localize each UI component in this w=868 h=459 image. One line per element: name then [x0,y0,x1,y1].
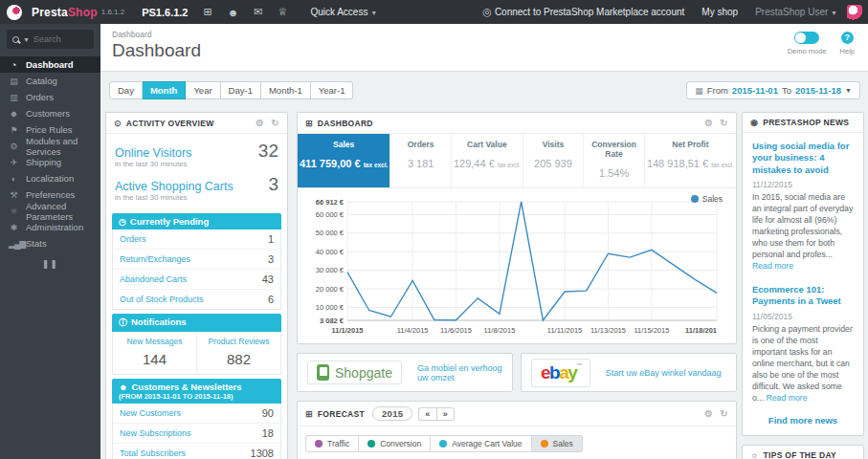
sidebar-item-administration[interactable]: ✱Administration [0,219,100,235]
refresh-icon[interactable]: ↻ [720,118,728,128]
row-value: 1308 [251,448,274,459]
active-carts-link[interactable]: Active Shopping Carts [115,180,234,193]
new-customers-link[interactable]: New Customers [120,408,181,418]
cart-icon[interactable]: ⊞ [204,6,212,18]
kpi-cart-value[interactable]: Cart Value129,44 € tax excl. [452,134,523,187]
chart-legend[interactable]: Sales [691,194,723,204]
user-avatar[interactable] [847,5,862,20]
kpi-visits[interactable]: Visits205 939 [523,134,585,187]
refresh-icon[interactable]: ↻ [271,118,279,128]
sidebar: ▼ ◔Dashboard ▤Catalog ▥Orders ☻Customers… [0,24,100,459]
total-subscribers-link[interactable]: Total Subscribers [120,448,186,458]
product-reviews-link[interactable]: Product Reviews [199,337,278,346]
product-reviews-cell: Product Reviews882 [196,332,280,374]
help-icon[interactable]: ? [841,32,854,44]
caret-down-icon: ▼ [370,10,377,16]
from-label: From [707,85,728,96]
sidebar-item-advanced-parameters[interactable]: ⚛Advanced Parameters [0,203,100,219]
sidebar-item-catalog[interactable]: ▤Catalog [0,73,100,89]
sidebar-item-shipping[interactable]: ✈Shipping [0,154,100,170]
customers-newsletters-header: ☻Customers & Newsletters(FROM 2015-11-01… [112,379,281,404]
forecast-legend-traffic[interactable]: Traffic [305,435,359,452]
sidebar-item-localization[interactable]: ◐Localization [0,170,100,186]
search-input[interactable] [33,34,91,44]
forecast-prev-button[interactable]: « [418,407,435,421]
returns-link[interactable]: Return/Exchanges [120,254,190,264]
my-shop-link[interactable]: My shop [701,7,738,17]
forecast-legend-average-cart-value[interactable]: Average Cart Value [431,435,531,452]
find-more-news-link[interactable]: Find more news [752,415,854,426]
sidebar-item-label: Advanced Parameters [26,201,92,222]
prestashop-news-panel: ◉ PRESTASHOP NEWS Using social media for… [742,112,864,436]
dashboard-panel: ⊞ DASHBOARD ⚙↻ Sales411 759,00 € tax exc… [297,112,737,344]
caret-down-icon[interactable]: ▼ [23,36,30,43]
abandoned-carts-link[interactable]: Abandoned Carts [120,274,187,284]
user-menu[interactable]: PrestaShop User ▼ [755,7,837,17]
table-row: New Subscriptions18 [113,424,280,444]
read-more-link[interactable]: Read more [752,261,793,271]
sidebar-item-dashboard[interactable]: ◔Dashboard [0,56,100,73]
active-carts-sub: in the last 30 minutes [115,193,278,202]
marketplace-link[interactable]: ◎Connect to PrestaShop Marketplace accou… [482,6,684,18]
date-range-picker[interactable]: ▦ From 2015-11-01 To 2015-11-18 ▼ [686,81,860,99]
forecast-legend-conversion[interactable]: Conversion [359,435,431,452]
range-button-group: Day Month Year Day-1 Month-1 Year-1 [109,81,353,99]
shopgate-link[interactable]: Ga mobiel en verhoog uw omzet [417,363,502,382]
kpi-suffix: tax excl. [711,162,734,168]
range-month-button[interactable]: Month [143,81,187,99]
svg-text:11/11/2015: 11/11/2015 [547,326,582,335]
customers-quick-icon[interactable]: ☻ [228,7,239,18]
kpi-value: 1.54% [599,167,629,179]
out-of-stock-link[interactable]: Out of Stock Products [120,295,204,304]
svg-text:66 912 €: 66 912 € [316,198,345,207]
gear-icon[interactable]: ⚙ [256,118,264,128]
sidebar-item-modules[interactable]: ⚙Modules and Services [0,138,100,154]
trophy-icon[interactable]: ♕ [278,6,288,18]
info-icon: ⓘ [119,317,127,327]
read-more-link[interactable]: Read more [767,393,808,403]
rss-icon: ◉ [750,118,758,127]
range-day-1-button[interactable]: Day-1 [221,81,261,99]
currently-pending-header: ◷Currently Pending [112,213,281,230]
kpi-value: 3 181 [408,158,434,169]
forecast-year-button[interactable]: 2015 [372,406,412,421]
kpi-suffix: tax excl. [364,162,389,168]
orders-link[interactable]: Orders [120,234,146,244]
forecast-legend-sales[interactable]: Sales [532,435,583,452]
sidebar-item-orders[interactable]: ▥Orders [0,89,100,105]
kpi-orders[interactable]: Orders3 181 [390,134,452,187]
sidebar-item-label: Catalog [26,76,57,86]
sidebar-item-customers[interactable]: ☻Customers [0,105,100,121]
sidebar-item-stats[interactable]: ▂▄▆Stats [0,235,100,251]
gear-icon[interactable]: ⚙ [704,118,713,128]
quick-access-menu[interactable]: Quick Access ▼ [310,7,377,17]
refresh-icon[interactable]: ↻ [720,408,728,419]
range-year-1-button[interactable]: Year-1 [311,81,354,99]
sidebar-search[interactable]: ▼ [7,30,94,49]
news-article-title[interactable]: Ecommerce 101: Payments in a Tweet [752,284,854,308]
svg-text:11/8/2015: 11/8/2015 [484,326,516,335]
forecast-next-button[interactable]: » [436,407,455,421]
ebay-banner[interactable]: ebay™ Start uw eBay winkel vandaag [521,353,737,392]
legend-label: Average Cart Value [452,439,522,448]
range-day-button[interactable]: Day [109,81,143,99]
new-subscriptions-link[interactable]: New Subscriptions [120,428,191,438]
new-messages-link[interactable]: New Messages [115,337,194,346]
sidebar-collapse-button[interactable]: ❚❚ [0,259,100,269]
news-article-title[interactable]: Using social media for your business: 4 … [752,141,854,176]
new-messages-cell: New Messages144 [113,332,196,374]
kpi-conversion-rate[interactable]: Conversion Rate1.54% [584,134,645,187]
range-year-button[interactable]: Year [186,81,220,99]
demo-mode-toggle[interactable] [794,32,819,44]
kpi-net-profit[interactable]: Net Profit148 918,51 € tax excl. [645,134,736,187]
kpi-sales[interactable]: Sales411 759,00 € tax excl. [298,134,390,187]
ebay-link[interactable]: Start uw eBay winkel vandaag [606,368,722,378]
sales-dot-icon [541,440,548,448]
range-month-1-button[interactable]: Month-1 [261,81,311,99]
messages-icon[interactable]: ✉ [254,6,262,18]
ebay-letter: b [549,362,559,382]
gear-icon[interactable]: ⚙ [704,408,713,419]
shopgate-banner[interactable]: Shopgate Ga mobiel en verhoog uw omzet [297,353,513,392]
online-visitors-link[interactable]: Online Visitors [115,146,191,160]
legend-label: Sales [553,439,573,448]
